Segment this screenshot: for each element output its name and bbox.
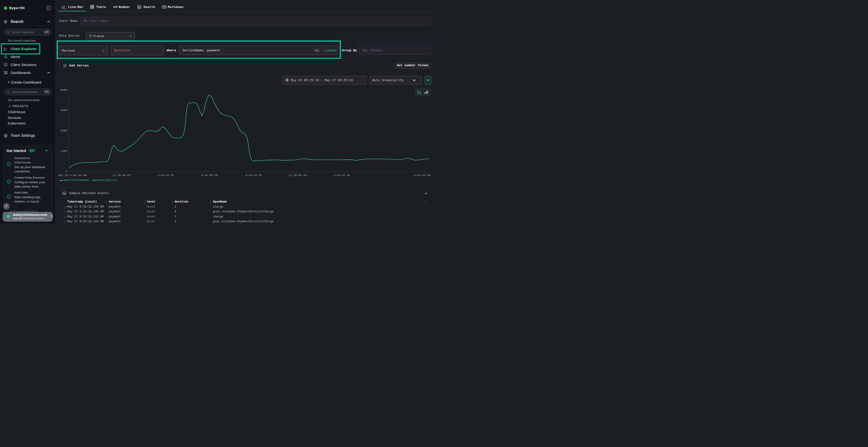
svg-text:6:30:00 PM: 6:30:00 PM <box>201 174 218 177</box>
svg-text:450M: 450M <box>60 109 67 112</box>
svg-text:0: 0 <box>65 170 67 173</box>
svg-text:May 26 9:00:00 AM: May 26 9:00:00 AM <box>58 174 86 177</box>
svg-text:12:30:00 AM: 12:30:00 AM <box>288 174 307 177</box>
svg-text:150M: 150M <box>60 149 67 152</box>
svg-text:600M: 600M <box>60 89 67 92</box>
svg-text:12:30:00 PM: 12:30:00 PM <box>112 174 131 177</box>
svg-text:3:30:00 AM: 3:30:00 AM <box>333 174 350 177</box>
svg-text:3:30:00 PM: 3:30:00 PM <box>157 174 174 177</box>
svg-text:9:00:00 AM: 9:00:00 AM <box>414 174 430 177</box>
svg-text:300M: 300M <box>60 129 67 132</box>
svg-text:9:30:00 PM: 9:30:00 PM <box>245 174 262 177</box>
